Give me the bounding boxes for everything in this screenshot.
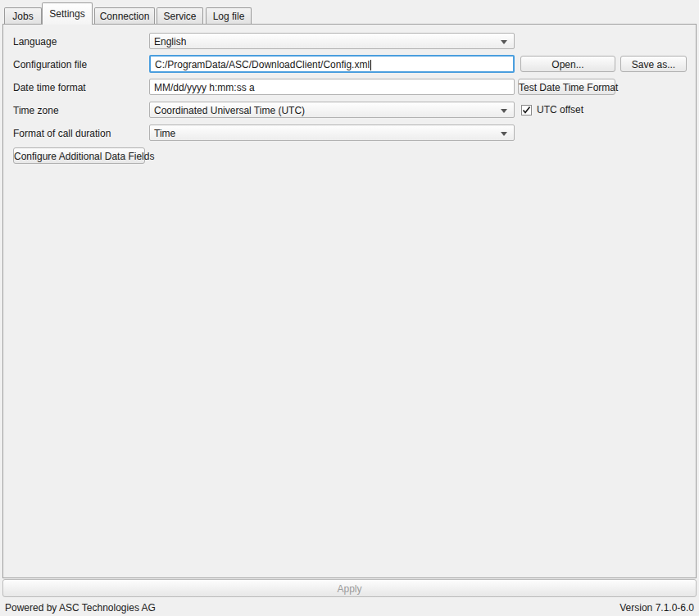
chevron-down-icon [501, 40, 507, 44]
time-zone-select[interactable]: Coordinated Universal Time (UTC) [149, 102, 515, 118]
call-duration-selected-value: Time [154, 128, 175, 139]
open-button[interactable]: Open... [520, 56, 615, 72]
chevron-down-icon [501, 132, 507, 136]
language-selected-value: English [154, 36, 186, 48]
time-zone-label: Time zone [13, 105, 59, 116]
configuration-file-input[interactable]: C:/ProgramData/ASC/DownloadClient/Config… [149, 55, 515, 73]
date-time-format-label: Date time format [13, 82, 86, 93]
apply-button[interactable]: Apply [2, 579, 697, 597]
check-icon [522, 106, 531, 115]
tab-connection[interactable]: Connection [94, 7, 155, 24]
language-label: Language [13, 36, 57, 48]
date-time-format-value: MM/dd/yyyy h:mm:ss a [154, 82, 255, 93]
status-bar-powered-by: Powered by ASC Technologies AG [5, 602, 156, 614]
time-zone-selected-value: Coordinated Universal Time (UTC) [154, 105, 305, 116]
configure-additional-data-fields-button[interactable]: Configure Additional Data Fields [13, 147, 145, 164]
chevron-down-icon [501, 109, 507, 113]
date-time-format-input[interactable]: MM/dd/yyyy h:mm:ss a [149, 79, 515, 95]
checkbox-box[interactable] [521, 105, 532, 116]
test-date-time-format-button[interactable]: Test Date Time Format [518, 79, 615, 95]
call-duration-format-label: Format of call duration [13, 128, 111, 139]
tab-jobs[interactable]: Jobs [4, 7, 42, 24]
utc-offset-label: UTC offset [537, 104, 583, 116]
tab-settings[interactable]: Settings [42, 2, 93, 25]
configuration-file-label: Configuration file [13, 59, 87, 70]
tab-service[interactable]: Service [157, 7, 203, 24]
utc-offset-checkbox[interactable]: UTC offset [521, 103, 583, 116]
language-select[interactable]: English [149, 33, 515, 49]
status-bar-version: Version 7.1.0-6.0 [620, 602, 694, 614]
save-as-button[interactable]: Save as... [620, 56, 687, 72]
tab-log-file[interactable]: Log file [206, 7, 252, 24]
configuration-file-value: C:/ProgramData/ASC/DownloadClient/Config… [155, 59, 370, 70]
download-client-window: Jobs Settings Connection Service Log fil… [0, 0, 699, 616]
text-caret [370, 60, 371, 70]
call-duration-format-select[interactable]: Time [149, 125, 515, 141]
